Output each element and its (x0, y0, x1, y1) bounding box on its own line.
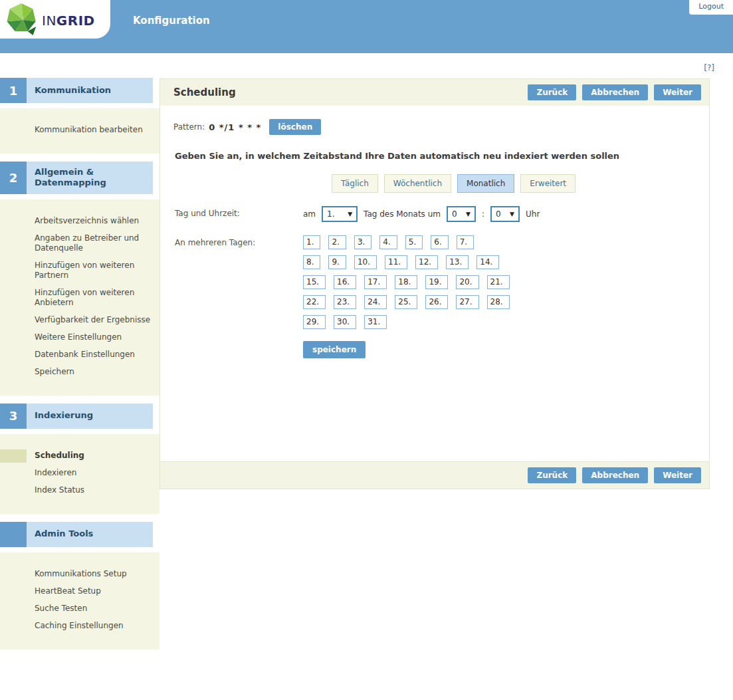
sidebar-item-weitere-einstellungen[interactable]: Weitere Einstellungen (0, 329, 159, 346)
section-items: Arbeitsverzeichnis wählenAngaben zu Betr… (0, 199, 159, 396)
brand-wordmark: INGRID (42, 13, 95, 29)
day-checkbox-19[interactable]: 19. (425, 275, 448, 289)
panel-title: Scheduling (173, 86, 236, 98)
main-panel: Scheduling ZurückAbbrechenWeiter Pattern… (159, 78, 710, 489)
day-checkbox-15[interactable]: 15. (303, 275, 326, 289)
day-checkbox-13[interactable]: 13. (446, 255, 469, 269)
save-button[interactable]: speichern (303, 341, 366, 358)
sidebar-item-verf-gbarkeit-der-ergebnisse[interactable]: Verfügbarkeit der Ergebnisse (0, 312, 159, 329)
day-checkbox-9[interactable]: 9. (328, 255, 346, 269)
zur-ck-button[interactable]: Zurück (528, 84, 576, 100)
sidebar-item-indexieren[interactable]: Indexieren (0, 465, 159, 482)
sidebar-item-speichern[interactable]: Speichern (0, 364, 159, 381)
save-row: speichern (303, 341, 696, 381)
day-of-month-text: Tag des Monats um (364, 209, 441, 219)
day-checkbox-14[interactable]: 14. (476, 255, 499, 269)
day-checkbox-5[interactable]: 5. (405, 235, 423, 249)
help-link[interactable]: [?] (704, 63, 714, 72)
days-grid: 1.2.3.4.5.6.7.8.9.10.11.12.13.14.15.16.1… (303, 235, 696, 329)
sidebar-section-kommunikation: 1KommunikationKommunikation bearbeiten (0, 78, 159, 154)
sidebar: 1KommunikationKommunikation bearbeiten2A… (0, 78, 159, 657)
day-time-row: Tag und Uhrzeit: am 1. ▼ Tag des Monats … (173, 206, 696, 222)
day-checkbox-20[interactable]: 20. (456, 275, 478, 289)
logo[interactable]: INGRID (0, 0, 110, 39)
section-header-allgemein-datenmapping[interactable]: 2Allgemein & Datenmapping (0, 162, 153, 194)
day-checkbox-31[interactable]: 31. (364, 315, 387, 329)
sidebar-item-kommunikation-bearbeiten[interactable]: Kommunikation bearbeiten (0, 122, 159, 139)
abbrechen-button[interactable]: Abbrechen (582, 84, 648, 100)
section-header-admin-tools[interactable]: Admin Tools (0, 522, 153, 547)
am-text: am (303, 209, 316, 219)
multi-days-label: An mehreren Tagen: (175, 238, 255, 247)
section-items: SchedulingIndexierenIndex Status (0, 434, 159, 514)
chevron-down-icon: ▼ (510, 211, 514, 217)
tab-erweitert[interactable]: Erweitert (520, 174, 576, 193)
logout-button[interactable]: Logout (689, 0, 733, 15)
chevron-down-icon: ▼ (348, 211, 352, 217)
ingrid-gem-icon (6, 2, 38, 37)
day-checkbox-23[interactable]: 23. (334, 295, 356, 309)
uhr-text: Uhr (526, 209, 540, 219)
tab-w-chentlich[interactable]: Wöchentlich (384, 174, 451, 193)
sidebar-item-heartbeat-setup[interactable]: HeartBeat Setup (0, 583, 159, 600)
section-number: 1 (0, 78, 27, 103)
sidebar-item-index-status[interactable]: Index Status (0, 482, 159, 499)
tab-monatlich[interactable]: Monatlich (457, 174, 514, 193)
sidebar-item-hinzuf-gen-von-weiteren-partnern[interactable]: Hinzufügen von weiteren Partnern (0, 257, 159, 285)
nav-buttons-top: ZurückAbbrechenWeiter (522, 84, 701, 100)
panel-body: Pattern: 0 */1 * * * löschen Geben Sie a… (160, 106, 709, 461)
sidebar-item-suche-testen[interactable]: Suche Testen (0, 600, 159, 618)
day-checkbox-4[interactable]: 4. (379, 235, 397, 249)
day-checkbox-6[interactable]: 6. (431, 235, 448, 249)
nav-buttons-bottom: ZurückAbbrechenWeiter (522, 467, 701, 483)
sidebar-item-kommunikations-setup[interactable]: Kommunikations Setup (0, 566, 159, 583)
day-checkbox-25[interactable]: 25. (395, 295, 417, 309)
sidebar-item-caching-einstellungen[interactable]: Caching Einstellungen (0, 618, 159, 635)
day-time-label: Tag und Uhrzeit: (175, 209, 240, 218)
zur-ck-button[interactable]: Zurück (528, 467, 576, 483)
day-checkbox-28[interactable]: 28. (487, 295, 510, 309)
day-checkbox-3[interactable]: 3. (354, 235, 371, 249)
day-checkbox-2[interactable]: 2. (328, 235, 346, 249)
day-checkbox-7[interactable]: 7. (457, 235, 474, 249)
day-checkbox-12[interactable]: 12. (415, 255, 438, 269)
sidebar-item-angaben-zu-betreiber-und-datenquelle[interactable]: Angaben zu Betreiber und Datenquelle (0, 230, 159, 257)
tab-t-glich[interactable]: Täglich (332, 174, 378, 193)
section-number: 2 (0, 162, 27, 194)
section-header-kommunikation[interactable]: 1Kommunikation (0, 78, 153, 103)
sidebar-item-hinzuf-gen-von-weiteren-anbietern[interactable]: Hinzufügen von weiteren Anbietern (0, 285, 159, 312)
day-checkbox-22[interactable]: 22. (303, 295, 326, 309)
frequency-tabs: TäglichWöchentlichMonatlichErweitert (332, 174, 696, 193)
page-title: Konfiguration (133, 15, 210, 27)
day-checkbox-29[interactable]: 29. (303, 315, 326, 329)
section-label: Allgemein & Datenmapping (27, 162, 153, 194)
day-of-month-select[interactable]: 1. ▼ (322, 206, 358, 222)
sidebar-item-scheduling[interactable]: Scheduling (0, 447, 159, 465)
weiter-button[interactable]: Weiter (654, 467, 701, 483)
day-checkbox-30[interactable]: 30. (334, 315, 356, 329)
section-header-indexierung[interactable]: 3Indexierung (0, 404, 153, 429)
day-checkbox-1[interactable]: 1. (303, 235, 320, 249)
weiter-button[interactable]: Weiter (654, 84, 701, 100)
abbrechen-button[interactable]: Abbrechen (582, 467, 648, 483)
day-checkbox-10[interactable]: 10. (354, 255, 377, 269)
day-checkbox-11[interactable]: 11. (385, 255, 407, 269)
pattern-delete-button[interactable]: löschen (269, 119, 321, 135)
days-row: 1.2.3.4.5.6.7. (303, 235, 696, 249)
day-checkbox-18[interactable]: 18. (395, 275, 417, 289)
sidebar-item-arbeitsverzeichnis-w-hlen[interactable]: Arbeitsverzeichnis wählen (0, 213, 159, 230)
multi-days-row: An mehreren Tagen: 1.2.3.4.5.6.7.8.9.10.… (173, 235, 696, 329)
day-checkbox-21[interactable]: 21. (487, 275, 510, 289)
day-checkbox-17[interactable]: 17. (364, 275, 387, 289)
hour-select[interactable]: 0 ▼ (447, 206, 476, 222)
minute-select[interactable]: 0 ▼ (490, 206, 520, 222)
day-checkbox-8[interactable]: 8. (303, 255, 320, 269)
day-checkbox-26[interactable]: 26. (425, 295, 448, 309)
day-checkbox-27[interactable]: 27. (456, 295, 478, 309)
section-number: 3 (0, 404, 27, 429)
day-checkbox-16[interactable]: 16. (334, 275, 356, 289)
sidebar-item-datenbank-einstellungen[interactable]: Datenbank Einstellungen (0, 346, 159, 364)
section-label: Kommunikation (27, 78, 153, 103)
day-checkbox-24[interactable]: 24. (364, 295, 387, 309)
pattern-label: Pattern: (173, 122, 205, 132)
